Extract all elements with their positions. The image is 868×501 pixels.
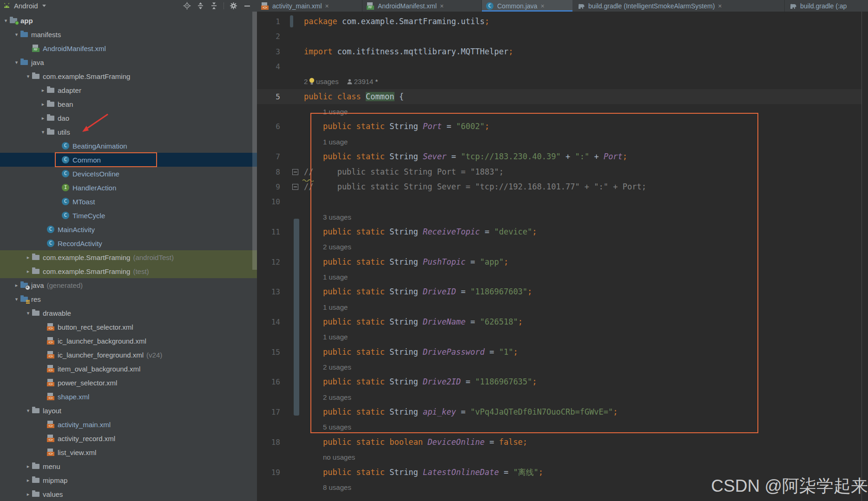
tab-build-gradle-intelligentsmokealarmsystem-[interactable]: build.gradle (IntelligentSmokeAlarmSyste… <box>573 0 785 12</box>
tab-build-gradle-ap[interactable]: build.gradle (:ap <box>785 0 868 12</box>
tree-item-bean[interactable]: ▸bean <box>0 97 257 111</box>
tree-item-label: RecordActivity <box>58 240 102 247</box>
tab-common-java[interactable]: CCommon.java× <box>482 0 573 12</box>
chevron-collapsed-icon[interactable]: ▸ <box>24 491 32 497</box>
chevron-expanded-icon[interactable]: ▾ <box>13 59 20 65</box>
tree-item-java[interactable]: ▾java <box>0 55 257 69</box>
tree-item-recordactivity[interactable]: CRecordActivity <box>0 236 257 250</box>
tree-item-values[interactable]: ▸values <box>0 487 257 501</box>
line-number: 4 <box>257 59 280 74</box>
source-folder-icon <box>20 59 29 66</box>
tree-item-ic-launcher-background-xml[interactable]: <>ic_launcher_background.xml <box>0 334 257 348</box>
chevron-expanded-icon[interactable]: ▾ <box>13 32 20 38</box>
chevron-collapsed-icon[interactable]: ▸ <box>39 101 47 107</box>
tree-item-com-example-smartframing[interactable]: ▸com.example.SmartFraming(androidTest) <box>0 250 257 264</box>
tree-item-list-view-xml[interactable]: <>list_view.xml <box>0 445 257 459</box>
chevron-expanded-icon[interactable]: ▾ <box>39 129 47 135</box>
tree-item-manifests[interactable]: ▾manifests <box>0 27 257 41</box>
locate-icon[interactable] <box>183 2 191 10</box>
chevron-expanded-icon[interactable]: ▾ <box>2 18 10 24</box>
code-line-5: 5public class Common { <box>257 89 868 104</box>
class-usages-inlay-content[interactable]: 2usages23914 * <box>304 74 378 91</box>
usages-count: 2 <box>304 78 308 85</box>
tool-window-title[interactable]: Android <box>14 2 38 10</box>
tree-item-java[interactable]: ▸java(generated) <box>0 278 257 292</box>
package-folder-icon <box>32 72 40 80</box>
tree-item-label: TimeCycle <box>72 212 105 220</box>
code-editor[interactable]: 1package com.example.SmartFraming.utils;… <box>257 12 868 501</box>
xml-file-icon: <> <box>261 2 270 10</box>
line-number: 17 <box>257 404 280 420</box>
tree-item-button-rect-selector-xml[interactable]: <>button_rect_selector.xml <box>0 320 257 334</box>
ide-window: Android <>activity_main.xml×MFAndroi <box>0 0 868 501</box>
chevron-collapsed-icon[interactable]: ▸ <box>24 268 32 274</box>
chevron-collapsed-icon[interactable]: ▸ <box>24 477 32 483</box>
tab-close-icon[interactable]: × <box>718 3 722 9</box>
fold-region-icon[interactable] <box>292 184 298 190</box>
tab-close-icon[interactable]: × <box>440 3 444 9</box>
package-folder-icon <box>47 128 55 136</box>
tab-label: build.gradle (IntelligentSmokeAlarmSyste… <box>588 2 715 10</box>
chevron-collapsed-icon[interactable]: ▸ <box>39 115 47 121</box>
expand-all-icon[interactable] <box>197 2 204 10</box>
intention-bulb-icon[interactable] <box>309 75 315 91</box>
tree-item-mainactivity[interactable]: CMainActivity <box>0 222 257 236</box>
tree-item-res[interactable]: ▾res <box>0 292 257 306</box>
tree-item-com-example-smartframing[interactable]: ▸com.example.SmartFraming(test) <box>0 264 257 278</box>
usages-inlay-label[interactable]: 8 usages <box>323 480 351 495</box>
tree-item-beatinganimation[interactable]: CBeatingAnimation <box>0 139 257 153</box>
tree-scrollbar-thumb[interactable] <box>252 12 257 270</box>
tab-close-icon[interactable]: × <box>325 3 329 9</box>
tab-label: AndroidManifest.xml <box>378 2 437 10</box>
usages-inlay-label[interactable]: no usages <box>323 449 355 465</box>
tab-bar: <>activity_main.xml×MFAndroidManifest.xm… <box>257 0 868 12</box>
xml-file-icon: <> <box>47 393 55 400</box>
project-tree[interactable]: ▾app▾manifestsMFAndroidManifest.xml▾java… <box>0 12 257 501</box>
tree-item-drawable[interactable]: ▾drawable <box>0 306 257 320</box>
chevron-expanded-icon[interactable]: ▾ <box>24 310 32 316</box>
chevron-expanded-icon[interactable]: ▾ <box>24 408 32 414</box>
tree-item-shape-xml[interactable]: <>shape.xml <box>0 390 257 403</box>
usages-inlay-hint: no usages <box>257 449 868 465</box>
tree-item-ic-launcher-foreground-xml[interactable]: <>ic_launcher_foreground.xml(v24) <box>0 348 257 362</box>
chevron-collapsed-icon[interactable]: ▸ <box>39 87 47 93</box>
line-number: 9 <box>257 179 280 195</box>
chevron-down-icon[interactable] <box>42 5 46 7</box>
tab-androidmanifest-xml[interactable]: MFAndroidManifest.xml× <box>362 0 482 12</box>
tree-item-timecycle[interactable]: CTimeCycle <box>0 208 257 222</box>
chevron-collapsed-icon[interactable]: ▸ <box>24 254 32 260</box>
tree-item-layout[interactable]: ▾layout <box>0 403 257 417</box>
tree-item-activity-record-xml[interactable]: <>activity_record.xml <box>0 431 257 445</box>
tree-item-activity-main-xml[interactable]: <>activity_main.xml <box>0 417 257 431</box>
tree-item-dao[interactable]: ▸dao <box>0 111 257 125</box>
code-text: public class Common { <box>304 89 404 104</box>
chevron-collapsed-icon[interactable]: ▸ <box>13 282 20 288</box>
tree-item-label: java <box>31 281 44 289</box>
tree-item-mipmap[interactable]: ▸mipmap <box>0 473 257 487</box>
hide-panel-icon[interactable] <box>243 2 251 10</box>
tree-item-utils[interactable]: ▾utils <box>0 125 257 139</box>
tree-item-item-oval-background-xml[interactable]: <>item_oval_background.xml <box>0 362 257 376</box>
tree-item-androidmanifest-xml[interactable]: MFAndroidManifest.xml <box>0 41 257 55</box>
tree-item-com-example-smartframing[interactable]: ▾com.example.SmartFraming <box>0 69 257 83</box>
tree-item-mtoast[interactable]: CMToast <box>0 195 257 208</box>
tree-item-label: adapter <box>58 86 81 94</box>
chevron-collapsed-icon[interactable]: ▸ <box>24 463 32 469</box>
tree-item-deviceisonline[interactable]: CDeviceIsOnline <box>0 167 257 181</box>
tree-item-suffix: (v24) <box>146 351 162 359</box>
chevron-expanded-icon[interactable]: ▾ <box>24 73 32 79</box>
tab-close-icon[interactable]: × <box>540 3 544 9</box>
java-interface-icon: I <box>62 184 70 191</box>
fold-region-icon[interactable] <box>292 169 298 175</box>
tree-item-handleraction[interactable]: IHandlerAction <box>0 181 257 195</box>
tree-item-app[interactable]: ▾app <box>0 13 257 27</box>
line-number: 8 <box>257 164 280 180</box>
tree-item-menu[interactable]: ▸menu <box>0 459 257 473</box>
tab-activity-main-xml[interactable]: <>activity_main.xml× <box>257 0 362 12</box>
chevron-expanded-icon[interactable]: ▾ <box>13 296 20 302</box>
collapse-all-icon[interactable] <box>210 2 218 10</box>
tree-item-label: MToast <box>72 198 95 206</box>
tree-item-adapter[interactable]: ▸adapter <box>0 83 257 97</box>
tree-item-power-selector-xml[interactable]: <>power_selector.xml <box>0 376 257 390</box>
settings-gear-icon[interactable] <box>230 2 237 10</box>
